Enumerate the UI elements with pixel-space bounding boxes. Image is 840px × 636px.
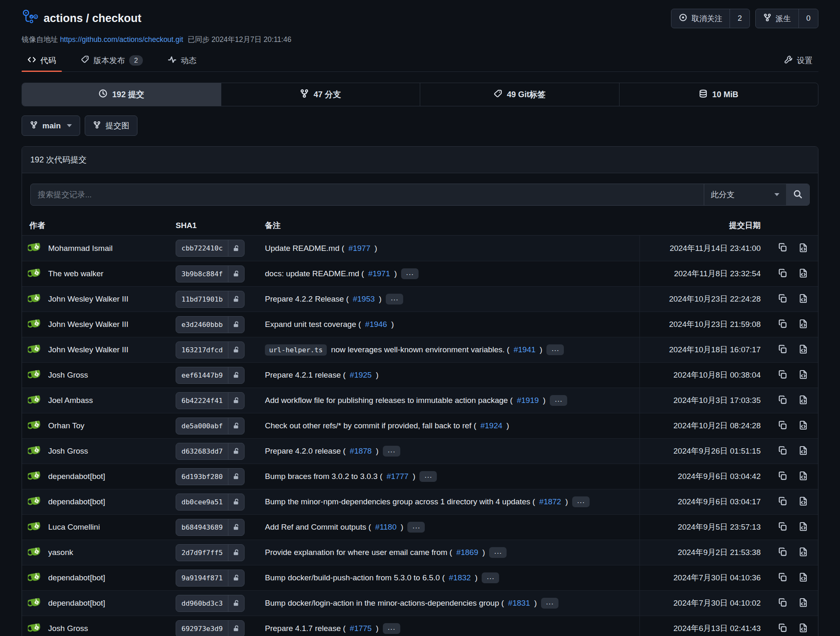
commit-issue-link[interactable]: #1872 [539, 497, 561, 506]
commit-more-button[interactable]: ··· [482, 572, 499, 583]
browse-source-button[interactable] [798, 243, 808, 254]
commit-more-button[interactable]: ··· [407, 522, 425, 533]
branch-filter-dropdown[interactable]: 此分支 [704, 184, 786, 205]
branch-selector[interactable]: main [22, 115, 80, 136]
commit-issue-link[interactable]: #1971 [368, 269, 390, 278]
commit-sha-badge[interactable]: 6b42224f41 [176, 392, 245, 409]
browse-source-button[interactable] [798, 344, 808, 355]
commit-issue-link[interactable]: #1869 [456, 548, 478, 557]
commit-issue-link[interactable]: #1941 [514, 345, 536, 354]
commit-more-button[interactable]: ··· [541, 598, 558, 609]
commit-more-button[interactable]: ··· [550, 395, 567, 406]
browse-source-button[interactable] [798, 420, 808, 431]
commit-issue-link[interactable]: #1878 [350, 447, 372, 456]
commit-sha-badge[interactable]: 2d7d9f7ff5 [176, 544, 245, 561]
commit-more-button[interactable]: ··· [546, 344, 564, 355]
commit-sha-badge[interactable]: 692973e3d9 [176, 620, 245, 636]
commit-more-button[interactable]: ··· [383, 623, 400, 634]
copy-sha-button[interactable] [778, 268, 787, 279]
commit-message-text: docs: update README.md ( [265, 269, 364, 278]
browse-source-button[interactable] [798, 395, 808, 406]
fork-count[interactable]: 0 [798, 9, 818, 28]
commit-graph-button[interactable]: 提交图 [85, 115, 137, 136]
tab-settings[interactable]: 设置 [779, 49, 818, 71]
commit-sha-badge[interactable]: b684943689 [176, 519, 245, 536]
copy-sha-button[interactable] [778, 547, 787, 558]
browse-source-button[interactable] [798, 623, 808, 634]
tab-releases[interactable]: 版本发布 2 [75, 49, 149, 71]
commit-more-button[interactable]: ··· [401, 268, 419, 279]
browse-source-button[interactable] [798, 319, 808, 330]
commit-sha-badge[interactable]: db0cee9a51 [176, 494, 245, 511]
copy-sha-button[interactable] [778, 496, 787, 507]
copy-sha-button[interactable] [778, 294, 787, 304]
avatar [28, 519, 43, 536]
commit-author-cell: dependabot[bot] [22, 570, 176, 587]
browse-source-button[interactable] [798, 294, 808, 304]
commit-issue-link[interactable]: #1777 [387, 472, 409, 481]
copy-icon [778, 624, 787, 634]
commit-sha-badge[interactable]: e3d2460bbb [176, 316, 245, 333]
browse-source-button[interactable] [798, 547, 808, 558]
stat-commits[interactable]: 192 提交 [22, 83, 221, 106]
search-input[interactable] [31, 184, 704, 205]
copy-sha-button[interactable] [778, 623, 787, 634]
commit-issue-link[interactable]: #1953 [353, 295, 375, 304]
commit-sha-badge[interactable]: de5a000abf [176, 417, 245, 435]
stat-size[interactable]: 10 MiB [619, 83, 818, 106]
copy-sha-button[interactable] [778, 522, 787, 533]
browse-source-button[interactable] [798, 522, 808, 533]
commit-sha-badge[interactable]: cbb722410c [176, 240, 245, 257]
copy-sha-button[interactable] [778, 598, 787, 609]
commit-sha-badge[interactable]: dd960bd3c3 [176, 595, 245, 612]
commit-issue-link[interactable]: #1832 [449, 573, 471, 582]
commit-issue-link[interactable]: #1925 [350, 371, 372, 380]
copy-sha-button[interactable] [778, 471, 787, 482]
browse-source-button[interactable] [798, 471, 808, 482]
commit-sha-badge[interactable]: 9a9194f871 [176, 570, 245, 587]
browse-source-button[interactable] [798, 496, 808, 507]
commit-sha-badge[interactable]: eef61447b9 [176, 367, 245, 384]
mirror-url-link[interactable]: https://github.com/actions/checkout.git [60, 35, 183, 44]
commit-more-button[interactable]: ··· [572, 496, 590, 507]
copy-sha-button[interactable] [778, 395, 787, 406]
copy-sha-button[interactable] [778, 446, 787, 457]
tab-activity[interactable]: 动态 [162, 49, 202, 71]
commit-issue-link[interactable]: #1775 [350, 624, 372, 633]
watch-count[interactable]: 2 [730, 9, 749, 28]
commit-issue-link[interactable]: #1831 [508, 599, 530, 608]
commit-sha: 11bd71901b [176, 291, 228, 307]
stat-tags[interactable]: 49 Git标签 [420, 83, 619, 106]
copy-sha-button[interactable] [778, 243, 787, 254]
copy-sha-button[interactable] [778, 572, 787, 583]
commit-issue-link[interactable]: #1924 [480, 421, 502, 430]
browse-source-button[interactable] [798, 268, 808, 279]
commit-sha-badge[interactable]: 6d193bf280 [176, 468, 245, 485]
copy-sha-button[interactable] [778, 370, 787, 381]
search-button[interactable] [786, 184, 809, 205]
commit-more-button[interactable]: ··· [383, 446, 400, 457]
commit-graph-label: 提交图 [105, 120, 129, 131]
copy-sha-button[interactable] [778, 420, 787, 431]
browse-source-button[interactable] [798, 446, 808, 457]
commit-sha-badge[interactable]: 11bd71901b [176, 291, 245, 308]
copy-sha-button[interactable] [778, 344, 787, 355]
commit-issue-link[interactable]: #1180 [375, 523, 397, 532]
copy-sha-button[interactable] [778, 319, 787, 330]
commit-sha-badge[interactable]: 3b9b8c884f [176, 265, 245, 282]
stat-branches[interactable]: 47 分支 [221, 83, 420, 106]
unwatch-button[interactable]: 取消关注 2 [671, 9, 749, 28]
commit-issue-link[interactable]: #1946 [365, 320, 387, 329]
fork-button[interactable]: 派生 0 [755, 9, 818, 28]
commit-more-button[interactable]: ··· [386, 294, 403, 304]
commit-sha-badge[interactable]: d632683dd7 [176, 443, 245, 460]
commit-more-button[interactable]: ··· [419, 471, 437, 482]
tab-code[interactable]: 代码 [22, 49, 62, 71]
commit-sha-badge[interactable]: 163217dfcd [176, 341, 245, 359]
browse-source-button[interactable] [798, 572, 808, 583]
commit-issue-link[interactable]: #1919 [517, 396, 539, 405]
browse-source-button[interactable] [798, 598, 808, 609]
commit-issue-link[interactable]: #1977 [348, 244, 370, 253]
browse-source-button[interactable] [798, 370, 808, 381]
commit-more-button[interactable]: ··· [489, 547, 507, 558]
